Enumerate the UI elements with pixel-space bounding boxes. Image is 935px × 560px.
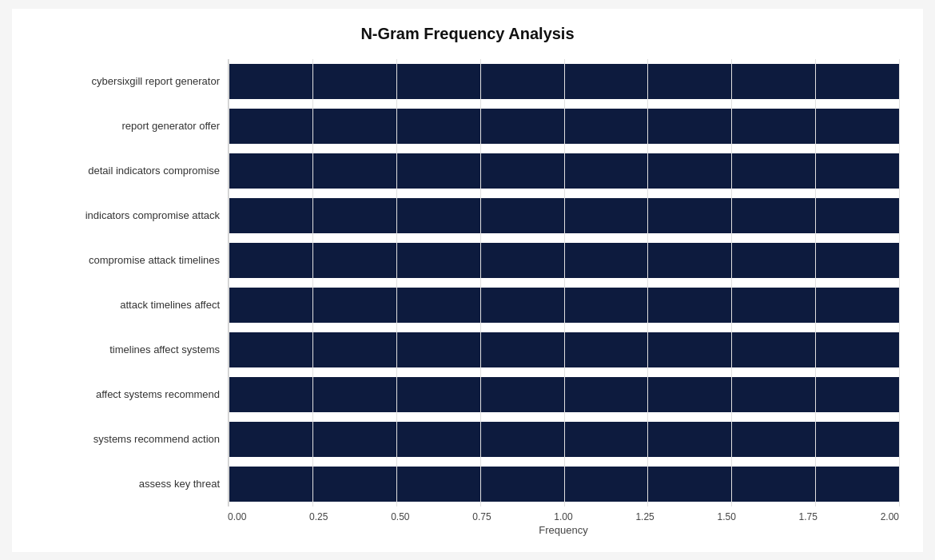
chart-area: cybersixgill report generatorreport gene… bbox=[36, 59, 899, 506]
bar-row bbox=[229, 105, 899, 147]
x-tick: 1.75 bbox=[799, 511, 818, 522]
y-axis-label: affect systems recommend bbox=[36, 374, 220, 415]
bar bbox=[229, 109, 899, 144]
y-axis-label: cybersixgill report generator bbox=[36, 61, 220, 102]
y-axis-label: assess key threat bbox=[36, 463, 220, 505]
y-axis-label: report generator offer bbox=[36, 105, 220, 147]
y-axis-label: systems recommend action bbox=[36, 419, 220, 460]
bar bbox=[229, 288, 899, 323]
y-axis-label: detail indicators compromise bbox=[36, 150, 220, 192]
x-tick: 0.50 bbox=[391, 511, 409, 522]
x-tick: 1.50 bbox=[717, 511, 735, 522]
y-axis-label: timelines affect systems bbox=[36, 329, 220, 371]
bar bbox=[229, 198, 899, 233]
bar bbox=[229, 377, 899, 412]
x-tick: 0.25 bbox=[309, 511, 328, 522]
bar bbox=[229, 64, 899, 99]
y-axis: cybersixgill report generatorreport gene… bbox=[36, 59, 228, 506]
bar bbox=[229, 467, 899, 502]
y-axis-label: attack timelines affect bbox=[36, 284, 220, 326]
grid-line bbox=[899, 59, 900, 506]
x-axis-label: Frequency bbox=[228, 524, 899, 536]
bar-row bbox=[229, 374, 899, 415]
y-axis-label: compromise attack timelines bbox=[36, 240, 220, 281]
bar bbox=[229, 153, 899, 189]
bar bbox=[229, 422, 899, 457]
x-tick: 0.75 bbox=[472, 511, 491, 522]
bar-row bbox=[229, 61, 899, 102]
bar-row bbox=[229, 150, 899, 192]
bars-area bbox=[228, 59, 899, 506]
x-axis-section: 0.000.250.500.751.001.251.501.752.00 Fre… bbox=[228, 506, 899, 546]
y-axis-label: indicators compromise attack bbox=[36, 195, 220, 236]
bar-row bbox=[229, 240, 899, 281]
bar-row bbox=[229, 329, 899, 371]
x-tick: 2.00 bbox=[881, 511, 899, 522]
bar-row bbox=[229, 463, 899, 505]
bar-row bbox=[229, 419, 899, 460]
bar-row bbox=[229, 284, 899, 326]
chart-container: N-Gram Frequency Analysis cybersixgill r… bbox=[12, 9, 923, 552]
x-tick: 1.25 bbox=[635, 511, 654, 522]
x-tick: 1.00 bbox=[554, 511, 572, 522]
chart-title: N-Gram Frequency Analysis bbox=[36, 25, 899, 43]
x-tick: 0.00 bbox=[228, 511, 246, 522]
bar-row bbox=[229, 195, 899, 236]
bar bbox=[229, 243, 899, 278]
bar bbox=[229, 332, 899, 367]
